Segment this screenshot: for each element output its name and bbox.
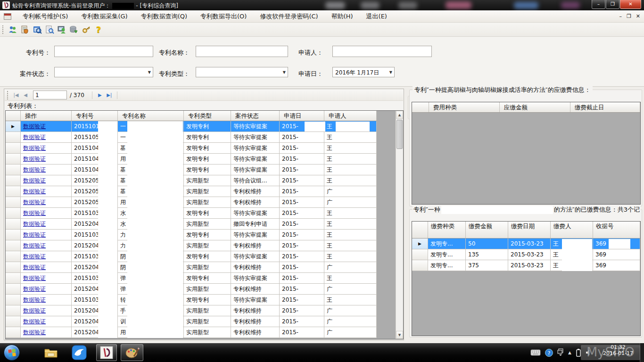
vertical-scrollbar[interactable]: ▲ ▼ (396, 111, 403, 339)
restore-window-icon[interactable] (557, 348, 564, 357)
table-row[interactable]: 数据验证2015205基实用新型专利权维持2015-广 (6, 186, 377, 197)
col-patent-no[interactable]: 专利号 (72, 111, 118, 121)
maximize-button[interactable]: ❐ (606, 0, 619, 9)
users-icon[interactable] (8, 25, 18, 35)
data-verify-link[interactable]: 数据验证 (21, 230, 72, 240)
next-page-button[interactable]: ▶ (95, 92, 105, 98)
data-verify-link[interactable]: 数据验证 (21, 316, 72, 327)
col-due-date[interactable]: 缴费截止日 (570, 102, 640, 112)
data-verify-link[interactable]: 数据验证 (21, 262, 72, 272)
last-page-button[interactable]: ▶| (105, 92, 114, 98)
minimize-button[interactable]: – (592, 0, 605, 9)
data-verify-link[interactable]: 数据验证 (21, 240, 72, 251)
table-row[interactable]: 数据验证2015205用实用新型专利权维持2015-广 (6, 197, 377, 208)
mdi-restore-button[interactable]: ❐ (627, 10, 631, 22)
col-pay-type[interactable]: 缴费种类 (428, 222, 466, 238)
col-pay-date[interactable]: 缴费日期 (508, 222, 551, 238)
scroll-down-arrow[interactable]: ▼ (396, 331, 403, 339)
data-verify-link[interactable]: 数据验证 (21, 208, 72, 218)
page-number-input[interactable]: 1 (33, 90, 67, 99)
menu-change-password[interactable]: 修改软件登录密码(C) (253, 10, 324, 22)
mdi-minimize-button[interactable]: – (619, 10, 622, 22)
data-verify-link[interactable]: 数据验证 (21, 251, 72, 262)
data-verify-link[interactable]: 数据验证 (21, 284, 72, 294)
table-row[interactable]: 数据验证2015105一发明专利等待实审提案2015-王 (6, 132, 377, 143)
table-row[interactable]: 数据验证2015104基发明专利等待实审提案2015-王 (6, 165, 377, 175)
menu-data-query[interactable]: 专利数据查询(Q) (134, 10, 194, 22)
case-status-select[interactable]: ▼ (54, 67, 153, 77)
menu-exit[interactable]: 退出(E) (360, 10, 394, 22)
data-verify-link[interactable]: 数据验证 (21, 165, 72, 175)
table-row[interactable]: ▶ 发明专... 50 2015-03-23 王 369 (412, 239, 640, 249)
table-row[interactable]: 数据验证2015103弹发明专利等待实审提案2015-王 (6, 273, 377, 284)
col-case-status[interactable]: 案件状态 (231, 111, 280, 121)
col-patent-name[interactable]: 专利名称 (118, 111, 184, 121)
table-row[interactable]: 数据验证2015204手实用新型专利权维持2015-广 (6, 305, 377, 316)
data-verify-link[interactable]: 数据验证 (21, 219, 72, 229)
keyboard-icon[interactable] (530, 349, 541, 356)
show-desktop-button[interactable] (640, 343, 644, 362)
table-row[interactable]: 数据验证2015204力实用新型专利权维持2015-王 (6, 240, 377, 251)
document-search-icon[interactable] (44, 25, 55, 35)
table-row[interactable]: 数据验证2015103阴发明专利等待实审提案2015-王 (6, 251, 377, 262)
table-row[interactable]: 数据验证2015204用实用新型专利权维持2015-广 (6, 327, 377, 338)
data-verify-link[interactable]: 数据验证 (21, 175, 72, 186)
start-button[interactable] (4, 345, 20, 361)
close-button[interactable]: ✕ (620, 0, 641, 9)
data-verify-link[interactable]: 数据验证 (21, 121, 72, 132)
scroll-up-arrow[interactable]: ▲ (396, 111, 403, 119)
col-applicant[interactable]: 申请人 (324, 111, 377, 121)
table-row[interactable]: 数据验证2015103转发明专利等待实审提案2015-王 (6, 295, 377, 305)
table-row[interactable]: 发明专... 135 2015-03-23 王 369 (412, 249, 640, 260)
clipboard-audit-icon[interactable] (20, 25, 30, 35)
calendar-search-icon[interactable] (32, 25, 42, 35)
mdi-close-button[interactable]: ✕ (636, 10, 640, 22)
table-row[interactable]: 数据验证2015104基发明专利等待实审提案2015-王 (6, 143, 377, 154)
data-verify-link[interactable]: 数据验证 (21, 186, 72, 197)
mdi-child-icon[interactable] (4, 13, 11, 20)
data-verify-link[interactable]: 数据验证 (21, 154, 72, 164)
applicant-input[interactable] (332, 46, 432, 57)
col-pay-amount[interactable]: 缴费金额 (466, 222, 508, 238)
table-row[interactable]: 数据验证2015103力发明专利等待实审提案2015-王 (6, 230, 377, 240)
data-verify-link[interactable]: 数据验证 (21, 132, 72, 142)
data-verify-link[interactable]: 数据验证 (21, 143, 72, 153)
first-page-button[interactable]: |◀ (11, 92, 21, 98)
data-verify-link[interactable]: 数据验证 (21, 305, 72, 316)
patent-name-input[interactable] (196, 46, 288, 57)
data-verify-link[interactable]: 数据验证 (21, 295, 72, 305)
col-action[interactable]: 操作 (21, 111, 72, 121)
scrollbar-thumb[interactable] (396, 120, 403, 149)
paint-app-icon[interactable] (121, 344, 143, 361)
col-due-amount[interactable]: 应缴金额 (500, 102, 570, 112)
menu-account-maintain[interactable]: 专利帐号维护(S) (16, 10, 74, 22)
bird-app-icon[interactable] (69, 344, 90, 361)
patent-type-select[interactable]: ▼ (196, 67, 288, 77)
prev-page-button[interactable]: ◀ (21, 92, 30, 98)
menu-data-collect[interactable]: 专利数据采集(G) (74, 10, 134, 22)
menu-help[interactable]: 帮助(H) (325, 10, 360, 22)
database-sync-icon[interactable] (69, 25, 79, 35)
table-row[interactable]: 数据验证2015103水发明专利等待实审提案2015-王 (6, 208, 377, 219)
table-row[interactable]: 数据验证2015205基实用新型等待合议组...2015-王 (6, 175, 377, 186)
data-verify-link[interactable]: 数据验证 (21, 327, 72, 337)
table-row[interactable]: 数据验证2015204弹实用新型专利权维持2015-广 (6, 284, 377, 295)
table-row[interactable]: 数据验证2015204水实用新型撤回专利申请2015-王 (6, 219, 377, 230)
col-patent-type[interactable]: 专利类型 (184, 111, 231, 121)
key-icon[interactable] (81, 25, 91, 35)
table-row[interactable]: 数据验证2015204阴实用新型专利权维持2015-广 (6, 262, 377, 273)
data-verify-link[interactable]: 数据验证 (21, 197, 72, 207)
table-row[interactable]: 数据验证2015104用发明专利等待实审提案2015-王 (6, 154, 377, 165)
col-receipt-no[interactable]: 收据号 (593, 222, 640, 238)
patent-no-input[interactable] (54, 46, 153, 57)
help-icon[interactable]: ? (93, 25, 104, 35)
clock[interactable]: 01:32 2016-01-17 (598, 344, 638, 360)
col-payer[interactable]: 缴费人 (551, 222, 593, 238)
table-row[interactable]: 发明专... 375 2015-03-23 王 369 (412, 260, 640, 271)
col-apply-date[interactable]: 申请日 (280, 111, 324, 121)
col-fee-type[interactable]: 费用种类 (429, 102, 500, 112)
user-data-icon[interactable] (57, 25, 67, 35)
help-tray-icon[interactable]: ? (545, 349, 553, 357)
patent-app-icon[interactable] (96, 344, 117, 361)
table-row[interactable]: 数据验证2015204训实用新型专利权维持2015-广 (6, 316, 377, 327)
